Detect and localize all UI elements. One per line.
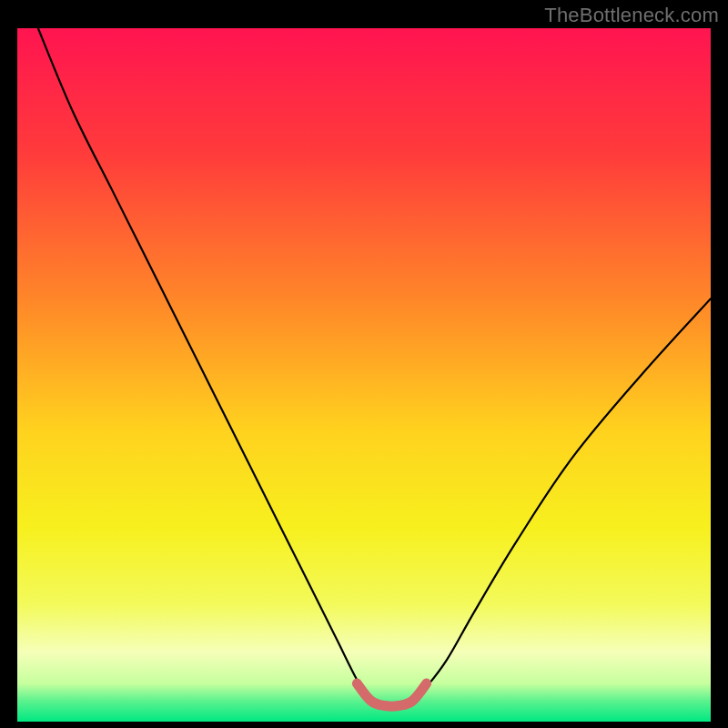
watermark-text: TheBottleneck.com <box>544 4 719 27</box>
chart-frame: TheBottleneck.com <box>0 0 728 728</box>
bottleneck-chart <box>17 28 711 722</box>
gradient-background <box>17 28 711 722</box>
